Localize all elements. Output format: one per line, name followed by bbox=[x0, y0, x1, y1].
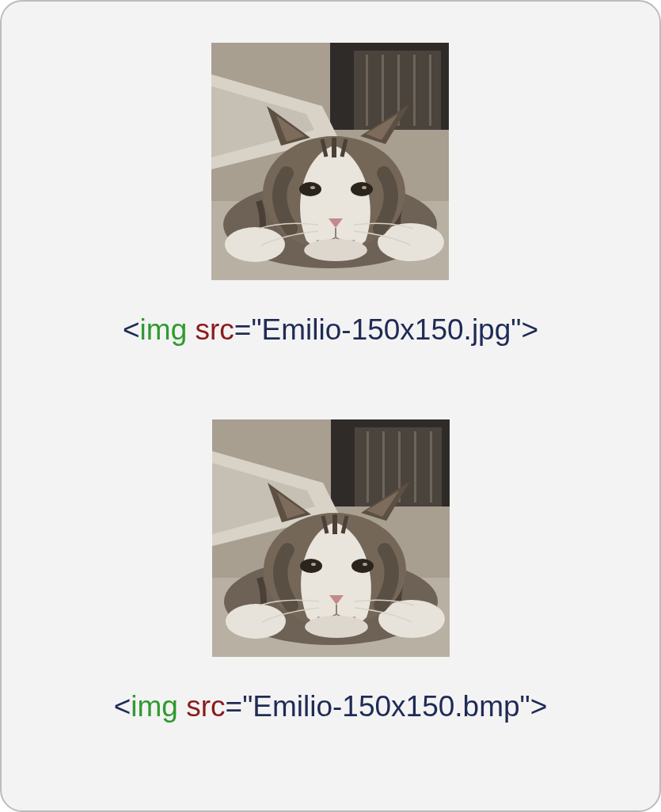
svg-point-19 bbox=[299, 182, 321, 196]
svg-rect-7 bbox=[429, 55, 431, 126]
example-1: <img src="Emilio-150x150.jpg"> bbox=[123, 43, 538, 396]
code-value: "Emilio-150x150.bmp" bbox=[242, 690, 530, 723]
code-equals: = bbox=[234, 313, 252, 346]
svg-point-45 bbox=[351, 559, 374, 573]
svg-point-12 bbox=[225, 227, 285, 262]
svg-point-21 bbox=[310, 186, 315, 189]
code-attr: src bbox=[186, 690, 225, 723]
svg-rect-31 bbox=[414, 431, 416, 503]
svg-rect-28 bbox=[367, 431, 369, 503]
code-tag: img bbox=[140, 313, 188, 346]
svg-rect-4 bbox=[382, 55, 384, 126]
svg-rect-3 bbox=[366, 55, 368, 126]
svg-rect-32 bbox=[430, 431, 432, 503]
code-value: "Emilio-150x150.jpg" bbox=[251, 313, 521, 346]
svg-point-37 bbox=[226, 604, 286, 639]
svg-point-24 bbox=[304, 239, 367, 261]
code-equals: = bbox=[226, 690, 243, 723]
svg-point-20 bbox=[351, 182, 373, 196]
example-image-1 bbox=[211, 43, 449, 280]
code-punct: < bbox=[123, 313, 140, 346]
svg-point-49 bbox=[305, 616, 368, 638]
svg-rect-29 bbox=[382, 431, 385, 503]
code-punct: > bbox=[530, 690, 548, 723]
svg-point-46 bbox=[311, 563, 316, 566]
example-2: <img src="Emilio-150x150.bmp"> bbox=[114, 419, 548, 772]
svg-point-47 bbox=[363, 563, 367, 566]
code-tag: img bbox=[131, 690, 178, 723]
code-example-1: <img src="Emilio-150x150.jpg"> bbox=[123, 313, 538, 347]
svg-point-22 bbox=[362, 186, 367, 189]
code-punct: > bbox=[521, 313, 538, 346]
svg-point-44 bbox=[300, 559, 322, 573]
code-attr: src bbox=[196, 313, 234, 346]
code-space bbox=[178, 690, 186, 723]
example-card: <img src="Emilio-150x150.jpg"> bbox=[0, 0, 661, 812]
example-image-2 bbox=[212, 419, 450, 657]
code-punct: < bbox=[114, 690, 131, 723]
code-example-2: <img src="Emilio-150x150.bmp"> bbox=[114, 690, 548, 723]
svg-rect-6 bbox=[413, 55, 416, 126]
code-space bbox=[187, 313, 195, 346]
